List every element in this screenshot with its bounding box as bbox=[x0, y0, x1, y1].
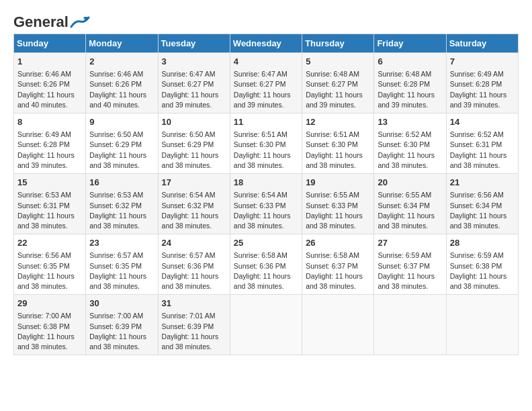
calendar-cell: 5Sunrise: 6:48 AMSunset: 6:27 PMDaylight… bbox=[302, 53, 374, 113]
calendar-cell: 19Sunrise: 6:55 AMSunset: 6:33 PMDayligh… bbox=[302, 174, 374, 234]
calendar-cell bbox=[446, 295, 518, 355]
day-number: 8 bbox=[17, 116, 82, 128]
day-info: Sunrise: 6:55 AMSunset: 6:33 PMDaylight:… bbox=[306, 190, 370, 231]
day-number: 27 bbox=[378, 237, 442, 249]
day-number: 7 bbox=[450, 56, 515, 68]
calendar-week-row: 22Sunrise: 6:56 AMSunset: 6:35 PMDayligh… bbox=[14, 234, 519, 295]
day-info: Sunrise: 6:53 AMSunset: 6:32 PMDaylight:… bbox=[89, 190, 154, 231]
calendar-cell: 18Sunrise: 6:54 AMSunset: 6:33 PMDayligh… bbox=[230, 174, 302, 234]
day-info: Sunrise: 6:49 AMSunset: 6:28 PMDaylight:… bbox=[17, 130, 82, 171]
day-info: Sunrise: 6:46 AMSunset: 6:26 PMDaylight:… bbox=[89, 69, 154, 110]
day-number: 29 bbox=[17, 298, 82, 310]
day-number: 26 bbox=[306, 237, 370, 249]
calendar-cell: 11Sunrise: 6:51 AMSunset: 6:30 PMDayligh… bbox=[230, 113, 302, 174]
day-number: 25 bbox=[234, 237, 298, 249]
day-info: Sunrise: 6:47 AMSunset: 6:27 PMDaylight:… bbox=[234, 69, 298, 110]
calendar-cell: 3Sunrise: 6:47 AMSunset: 6:27 PMDaylight… bbox=[158, 53, 230, 113]
day-number: 4 bbox=[234, 56, 298, 68]
day-number: 18 bbox=[234, 177, 298, 189]
calendar-week-row: 15Sunrise: 6:53 AMSunset: 6:31 PMDayligh… bbox=[14, 174, 519, 234]
calendar-cell: 6Sunrise: 6:48 AMSunset: 6:28 PMDaylight… bbox=[374, 53, 446, 113]
calendar-cell: 2Sunrise: 6:46 AMSunset: 6:26 PMDaylight… bbox=[86, 53, 158, 113]
day-number: 10 bbox=[162, 116, 226, 128]
day-of-week-header: Tuesday bbox=[158, 34, 230, 53]
day-info: Sunrise: 6:48 AMSunset: 6:28 PMDaylight:… bbox=[378, 69, 442, 110]
calendar-cell: 14Sunrise: 6:52 AMSunset: 6:31 PMDayligh… bbox=[446, 113, 518, 174]
day-number: 12 bbox=[306, 116, 370, 128]
day-info: Sunrise: 6:48 AMSunset: 6:27 PMDaylight:… bbox=[306, 69, 370, 110]
day-of-week-header: Thursday bbox=[302, 34, 374, 53]
day-number: 11 bbox=[234, 116, 298, 128]
day-info: Sunrise: 6:56 AMSunset: 6:34 PMDaylight:… bbox=[450, 190, 515, 231]
day-info: Sunrise: 6:57 AMSunset: 6:35 PMDaylight:… bbox=[89, 250, 154, 291]
calendar-cell: 29Sunrise: 7:00 AMSunset: 6:38 PMDayligh… bbox=[14, 295, 86, 355]
day-of-week-header: Saturday bbox=[446, 34, 518, 53]
calendar-cell: 27Sunrise: 6:59 AMSunset: 6:37 PMDayligh… bbox=[374, 234, 446, 295]
calendar-cell: 23Sunrise: 6:57 AMSunset: 6:35 PMDayligh… bbox=[86, 234, 158, 295]
day-number: 2 bbox=[89, 56, 154, 68]
day-of-week-header: Sunday bbox=[14, 34, 86, 53]
day-info: Sunrise: 6:46 AMSunset: 6:26 PMDaylight:… bbox=[17, 69, 82, 110]
day-info: Sunrise: 6:57 AMSunset: 6:36 PMDaylight:… bbox=[162, 250, 226, 291]
day-of-week-header: Friday bbox=[374, 34, 446, 53]
calendar-cell: 30Sunrise: 7:00 AMSunset: 6:39 PMDayligh… bbox=[86, 295, 158, 355]
day-number: 1 bbox=[17, 56, 82, 68]
day-info: Sunrise: 6:59 AMSunset: 6:38 PMDaylight:… bbox=[450, 250, 515, 291]
day-number: 16 bbox=[89, 177, 154, 189]
day-info: Sunrise: 6:55 AMSunset: 6:34 PMDaylight:… bbox=[378, 190, 442, 231]
day-number: 19 bbox=[306, 177, 370, 189]
day-number: 20 bbox=[378, 177, 442, 189]
logo-general: General bbox=[13, 13, 69, 31]
calendar-cell: 21Sunrise: 6:56 AMSunset: 6:34 PMDayligh… bbox=[446, 174, 518, 234]
day-number: 15 bbox=[17, 177, 82, 189]
calendar-cell: 17Sunrise: 6:54 AMSunset: 6:32 PMDayligh… bbox=[158, 174, 230, 234]
calendar-cell: 8Sunrise: 6:49 AMSunset: 6:28 PMDaylight… bbox=[14, 113, 86, 174]
day-number: 14 bbox=[450, 116, 515, 128]
day-info: Sunrise: 6:49 AMSunset: 6:28 PMDaylight:… bbox=[450, 69, 515, 110]
day-info: Sunrise: 6:52 AMSunset: 6:30 PMDaylight:… bbox=[378, 130, 442, 171]
day-info: Sunrise: 6:51 AMSunset: 6:30 PMDaylight:… bbox=[306, 130, 370, 171]
calendar-cell bbox=[230, 295, 302, 355]
calendar-cell: 31Sunrise: 7:01 AMSunset: 6:39 PMDayligh… bbox=[158, 295, 230, 355]
calendar-cell: 22Sunrise: 6:56 AMSunset: 6:35 PMDayligh… bbox=[14, 234, 86, 295]
day-info: Sunrise: 6:54 AMSunset: 6:32 PMDaylight:… bbox=[162, 190, 226, 231]
calendar-cell: 26Sunrise: 6:58 AMSunset: 6:37 PMDayligh… bbox=[302, 234, 374, 295]
day-info: Sunrise: 7:00 AMSunset: 6:38 PMDaylight:… bbox=[17, 311, 82, 352]
day-number: 22 bbox=[17, 237, 82, 249]
calendar-cell: 20Sunrise: 6:55 AMSunset: 6:34 PMDayligh… bbox=[374, 174, 446, 234]
calendar-cell: 25Sunrise: 6:58 AMSunset: 6:36 PMDayligh… bbox=[230, 234, 302, 295]
calendar-cell bbox=[374, 295, 446, 355]
calendar-cell: 7Sunrise: 6:49 AMSunset: 6:28 PMDaylight… bbox=[446, 53, 518, 113]
day-number: 23 bbox=[89, 237, 154, 249]
day-number: 28 bbox=[450, 237, 515, 249]
day-number: 17 bbox=[162, 177, 226, 189]
logo-bird-icon bbox=[70, 15, 90, 30]
calendar-cell: 16Sunrise: 6:53 AMSunset: 6:32 PMDayligh… bbox=[86, 174, 158, 234]
day-info: Sunrise: 7:00 AMSunset: 6:39 PMDaylight:… bbox=[89, 311, 154, 352]
day-number: 30 bbox=[89, 298, 154, 310]
logo: General bbox=[13, 13, 90, 27]
day-info: Sunrise: 7:01 AMSunset: 6:39 PMDaylight:… bbox=[162, 311, 226, 352]
calendar-cell bbox=[302, 295, 374, 355]
day-number: 24 bbox=[162, 237, 226, 249]
calendar-table: SundayMondayTuesdayWednesdayThursdayFrid… bbox=[13, 34, 519, 355]
day-number: 9 bbox=[89, 116, 154, 128]
day-number: 3 bbox=[162, 56, 226, 68]
day-of-week-header: Monday bbox=[86, 34, 158, 53]
day-of-week-header: Wednesday bbox=[230, 34, 302, 53]
day-info: Sunrise: 6:47 AMSunset: 6:27 PMDaylight:… bbox=[162, 69, 226, 110]
day-number: 21 bbox=[450, 177, 515, 189]
calendar-cell: 12Sunrise: 6:51 AMSunset: 6:30 PMDayligh… bbox=[302, 113, 374, 174]
calendar-header-row: SundayMondayTuesdayWednesdayThursdayFrid… bbox=[14, 34, 519, 53]
day-number: 6 bbox=[378, 56, 442, 68]
calendar-cell: 9Sunrise: 6:50 AMSunset: 6:29 PMDaylight… bbox=[86, 113, 158, 174]
day-info: Sunrise: 6:56 AMSunset: 6:35 PMDaylight:… bbox=[17, 250, 82, 291]
day-info: Sunrise: 6:50 AMSunset: 6:29 PMDaylight:… bbox=[89, 130, 154, 171]
calendar-cell: 28Sunrise: 6:59 AMSunset: 6:38 PMDayligh… bbox=[446, 234, 518, 295]
day-info: Sunrise: 6:51 AMSunset: 6:30 PMDaylight:… bbox=[234, 130, 298, 171]
calendar-cell: 24Sunrise: 6:57 AMSunset: 6:36 PMDayligh… bbox=[158, 234, 230, 295]
day-info: Sunrise: 6:53 AMSunset: 6:31 PMDaylight:… bbox=[17, 190, 82, 231]
day-info: Sunrise: 6:58 AMSunset: 6:37 PMDaylight:… bbox=[306, 250, 370, 291]
page-header: General bbox=[13, 13, 519, 27]
day-info: Sunrise: 6:50 AMSunset: 6:29 PMDaylight:… bbox=[162, 130, 226, 171]
